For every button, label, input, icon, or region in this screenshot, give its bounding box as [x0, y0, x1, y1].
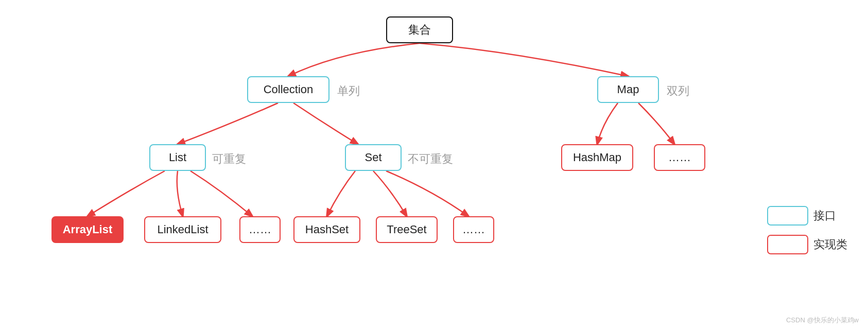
legend-impl-box	[767, 235, 808, 254]
legend-interface: 接口	[767, 206, 847, 226]
node-hashset: HashSet	[293, 216, 360, 243]
node-linkedlist: LinkedList	[144, 216, 221, 243]
node-map: Map	[597, 76, 659, 103]
node-listdots: ……	[239, 216, 281, 243]
node-collection: Collection	[247, 76, 329, 103]
node-root: 集合	[386, 16, 453, 43]
node-treeset: TreeSet	[376, 216, 438, 243]
label-kezhongfu: 可重复	[212, 151, 246, 167]
legend-interface-label: 接口	[813, 208, 836, 223]
legend-impl-label: 实现类	[813, 237, 847, 252]
node-set: Set	[345, 144, 402, 171]
node-arraylist: ArrayList	[51, 216, 124, 243]
node-hashmap: HashMap	[561, 144, 633, 171]
node-mapdots: ……	[654, 144, 705, 171]
label-shuanlie: 双列	[667, 83, 689, 99]
legend-impl: 实现类	[767, 235, 847, 254]
diagram: 集合 Collection Map List Set HashMap …… Ar…	[0, 0, 868, 329]
watermark: CSDN @快乐的小菜鸡w	[786, 316, 859, 325]
label-bukezhongfu: 不可重复	[408, 151, 453, 167]
node-list: List	[149, 144, 206, 171]
label-danlie: 单列	[337, 83, 360, 99]
node-setdots: ……	[453, 216, 494, 243]
legend-interface-box	[767, 206, 808, 226]
